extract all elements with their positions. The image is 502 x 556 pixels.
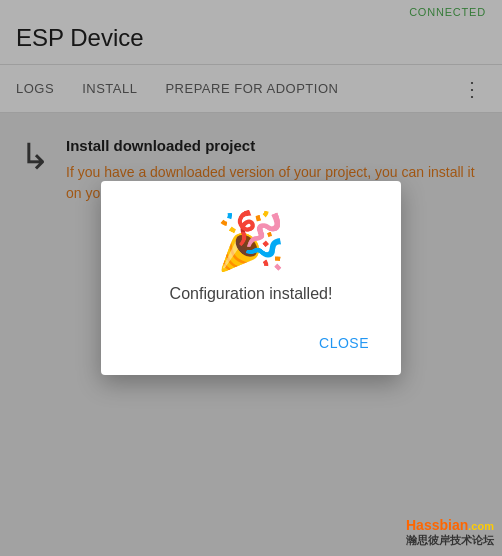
watermark: Hassbian.com 瀚思彼岸技术论坛	[406, 517, 494, 548]
app-container: CONNECTED ESP Device LOGS INSTALL PREPAR…	[0, 0, 502, 556]
watermark-sub: 瀚思彼岸技术论坛	[406, 533, 494, 548]
close-button[interactable]: CLOSE	[311, 327, 377, 359]
dialog-actions: CLOSE	[125, 327, 377, 359]
dialog-message: Configuration installed!	[170, 285, 333, 303]
celebration-icon: 🎉	[216, 213, 286, 269]
watermark-hassbian: Hassbian.com	[406, 517, 494, 533]
dialog-overlay: 🎉 Configuration installed! CLOSE	[0, 0, 502, 556]
dialog-box: 🎉 Configuration installed! CLOSE	[101, 181, 401, 375]
watermark-com: .com	[468, 520, 494, 532]
